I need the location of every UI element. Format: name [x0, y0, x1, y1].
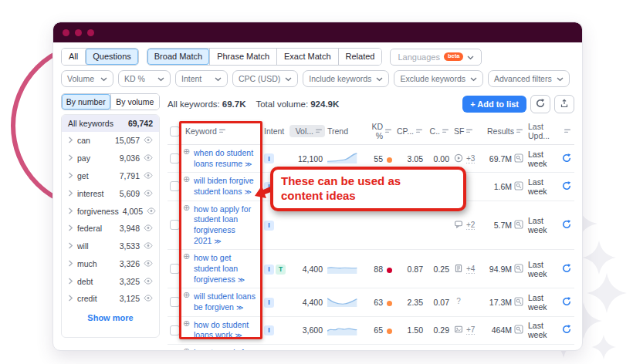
- column-header-cp[interactable]: CP...: [394, 125, 425, 137]
- trend-sparkline: [327, 295, 358, 307]
- column-header-c[interactable]: C..: [425, 125, 452, 137]
- serp-preview-icon[interactable]: [514, 181, 523, 192]
- group-count: 3,948: [120, 224, 140, 233]
- filter-advanced-filters[interactable]: Advanced filters: [488, 70, 570, 87]
- sidebar-item-much[interactable]: much3,326: [62, 254, 159, 272]
- sort-icon[interactable]: [516, 126, 523, 136]
- video-serp-icon: [454, 153, 463, 164]
- serp-preview-icon[interactable]: [514, 220, 523, 231]
- group-count: 3,125: [120, 294, 140, 303]
- eye-icon[interactable]: [144, 294, 153, 303]
- keyword-link[interactable]: how to apply for student loan forgivenes…: [194, 348, 251, 351]
- column-header-intent[interactable]: Intent: [262, 125, 289, 137]
- intent-badge-i: I: [264, 325, 274, 335]
- toggle-by-volume[interactable]: By volume: [110, 94, 160, 110]
- sort-icon[interactable]: [316, 126, 323, 136]
- refresh-row-icon[interactable]: [562, 220, 571, 231]
- sort-icon[interactable]: [416, 126, 423, 136]
- sidebar-item-can[interactable]: can15,057: [62, 132, 159, 150]
- serp-features-more[interactable]: +3: [466, 154, 475, 163]
- cell-keyword: ⊕how to apply for student loan forgivene…: [183, 345, 262, 351]
- traffic-light-minimize[interactable]: [75, 29, 82, 36]
- kd-value: 63: [374, 298, 383, 307]
- chevron-down-icon: [215, 74, 222, 83]
- column-header-kd[interactable]: KD %: [361, 120, 394, 142]
- eye-icon[interactable]: [144, 224, 153, 233]
- column-header-last-upd[interactable]: Last Upd...: [526, 120, 574, 142]
- eye-icon[interactable]: [144, 153, 153, 163]
- sidebar-item-federal[interactable]: federal3,948: [62, 220, 159, 238]
- summary-volume-label: Total volume:: [256, 99, 308, 109]
- chevron-down-icon: [557, 74, 564, 83]
- toggle-by-number[interactable]: By number: [62, 94, 110, 110]
- sort-toggle: By numberBy volume: [61, 93, 160, 110]
- chevron-right-icon: [68, 259, 73, 268]
- tab-exact-match[interactable]: Exact Match: [276, 49, 338, 65]
- eye-icon[interactable]: [144, 241, 153, 251]
- refresh-row-icon[interactable]: [562, 297, 571, 308]
- add-to-list-button[interactable]: + Add to list: [462, 96, 526, 113]
- traffic-light-zoom[interactable]: [87, 29, 94, 36]
- filter-include-keywords[interactable]: Include keywords: [303, 70, 389, 87]
- filter-kd[interactable]: KD %: [118, 70, 171, 87]
- eye-icon[interactable]: [144, 171, 153, 180]
- filter-volume[interactable]: Volume: [61, 70, 113, 87]
- sidebar-item-debt[interactable]: debt3,325: [62, 272, 159, 290]
- tab-related[interactable]: Related: [338, 49, 382, 65]
- column-header-vol[interactable]: Vol...: [289, 125, 325, 137]
- cell-serp-features: ?: [452, 294, 484, 311]
- refresh-row-icon[interactable]: [562, 181, 571, 192]
- kd-difficulty-dot: [387, 329, 392, 334]
- cell-cpc: 2.35: [394, 295, 425, 310]
- sidebar-item-will[interactable]: will3,533: [62, 238, 159, 255]
- filter-label-kd: KD %: [124, 74, 145, 83]
- serp-features-more[interactable]: +7: [466, 325, 475, 335]
- eye-icon[interactable]: [144, 136, 153, 145]
- chevron-down-icon: [467, 52, 474, 62]
- refresh-row-icon[interactable]: [562, 264, 571, 275]
- column-label: CP...: [397, 126, 414, 136]
- sidebar-item-pay[interactable]: pay9,036: [62, 150, 159, 167]
- eye-icon[interactable]: [144, 189, 153, 198]
- refresh-row-icon[interactable]: [562, 153, 571, 164]
- filter-exclude-keywords[interactable]: Exclude keywords: [394, 70, 483, 87]
- show-more-link[interactable]: Show more: [62, 308, 159, 328]
- eye-icon[interactable]: [144, 277, 153, 286]
- refresh-row-icon[interactable]: [562, 325, 571, 335]
- tab-questions[interactable]: Questions: [85, 49, 138, 65]
- eye-icon[interactable]: [147, 207, 156, 216]
- sort-icon[interactable]: [564, 126, 571, 136]
- serp-preview-icon[interactable]: [514, 153, 523, 164]
- export-button[interactable]: [554, 95, 574, 113]
- sidebar-item-interest[interactable]: interest5,609: [62, 184, 159, 202]
- sidebar-item-forgiveness[interactable]: forgiveness4,005: [62, 202, 159, 220]
- column-header-sf[interactable]: SF: [452, 125, 484, 137]
- tab-broad-match[interactable]: Broad Match: [147, 49, 209, 65]
- column-header-trend[interactable]: Trend: [325, 125, 361, 137]
- column-header-results[interactable]: Results: [484, 125, 526, 137]
- serp-features-more[interactable]: +2: [466, 221, 475, 230]
- filter-intent[interactable]: Intent: [175, 70, 228, 87]
- annotation-line1: These can be used as: [281, 174, 455, 189]
- chevron-down-icon: [100, 74, 107, 83]
- sidebar-item-get[interactable]: get7,791: [62, 167, 159, 185]
- sort-icon[interactable]: [442, 126, 449, 136]
- refresh-button[interactable]: [530, 95, 550, 113]
- serp-preview-icon[interactable]: [514, 264, 523, 275]
- sort-icon[interactable]: [385, 126, 392, 136]
- serp-preview-icon[interactable]: [514, 325, 523, 335]
- tab-phrase-match[interactable]: Phrase Match: [209, 49, 276, 65]
- serp-preview-icon[interactable]: [514, 297, 523, 308]
- sort-icon[interactable]: [466, 126, 473, 136]
- languages-dropdown[interactable]: Languages beta: [390, 49, 482, 66]
- traffic-light-close[interactable]: [63, 29, 69, 36]
- serp-features-more[interactable]: +4: [466, 265, 475, 274]
- eye-icon[interactable]: [144, 259, 153, 268]
- filter-cpc-usd[interactable]: CPC (USD): [232, 70, 298, 87]
- expand-keyword-icon[interactable]: ⊕: [183, 345, 190, 351]
- tab-all[interactable]: All: [62, 49, 85, 65]
- chevron-right-icon: [68, 277, 73, 286]
- cell-kd: 63: [361, 295, 394, 310]
- sidebar-item-credit[interactable]: credit3,125: [62, 290, 159, 308]
- all-keywords-header[interactable]: All keywords 69,742: [62, 115, 159, 132]
